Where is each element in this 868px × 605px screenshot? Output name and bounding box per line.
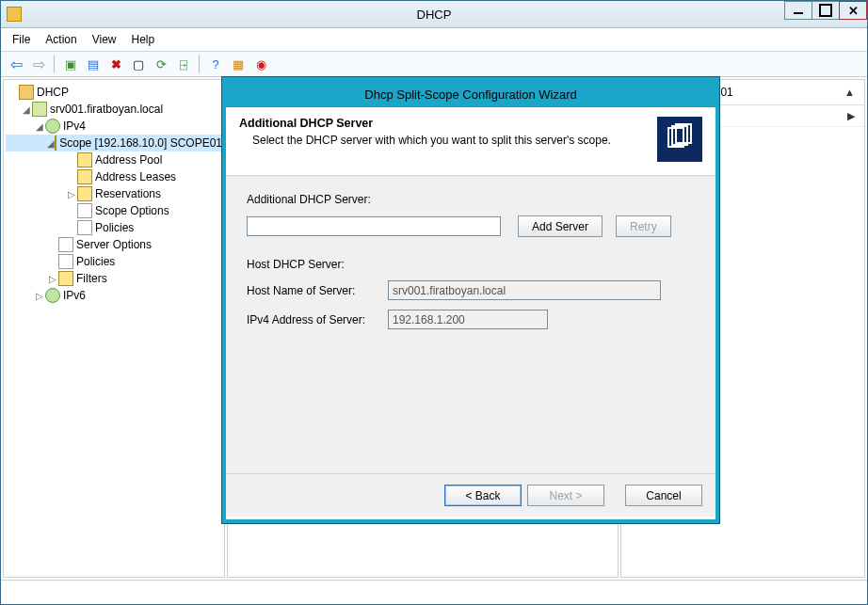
folder-icon <box>77 152 92 167</box>
close-button[interactable] <box>839 1 867 20</box>
record-icon[interactable]: ◉ <box>251 55 270 73</box>
host-section-label: Host DHCP Server: <box>247 258 388 271</box>
tree-label: Reservations <box>95 187 161 200</box>
wizard-body: Additional DHCP Server: Add Server Retry… <box>226 176 715 473</box>
tree-address-leases[interactable]: Address Leases <box>6 168 222 185</box>
globe-icon <box>45 119 60 134</box>
window-title: DHCP <box>1 8 867 22</box>
back-button[interactable]: < Back <box>444 485 522 506</box>
delete-icon[interactable]: ✖ <box>106 55 125 73</box>
menubar: File Action View Help <box>1 28 867 52</box>
menu-file[interactable]: File <box>7 31 36 48</box>
tree-label: Scope Options <box>95 204 169 217</box>
tree-policies[interactable]: Policies <box>6 219 222 236</box>
nav-forward-icon: ⇨ <box>29 55 48 73</box>
tree-server-options[interactable]: Server Options <box>6 236 222 253</box>
host-name-label: Host Name of Server: <box>247 284 388 297</box>
folder-icon <box>55 135 56 151</box>
tree-scope-options[interactable]: Scope Options <box>6 202 222 219</box>
split-scope-wizard: Dhcp Split-Scope Configuration Wizard Ad… <box>222 77 719 523</box>
add-server-button[interactable]: Add Server <box>518 215 603 237</box>
ipv4-address-label: IPv4 Address of Server: <box>247 313 388 326</box>
wizard-footer: < Back Next > Cancel <box>226 473 715 517</box>
next-button: Next > <box>527 485 604 506</box>
titlebar[interactable]: DHCP <box>1 1 867 28</box>
nav-back-icon[interactable]: ⇦ <box>7 55 25 73</box>
tree-label: Address Pool <box>95 153 162 167</box>
wizard-title[interactable]: Dhcp Split-Scope Configuration Wizard <box>226 81 715 107</box>
separator-icon <box>199 55 201 73</box>
tree-label: srv001.firatboyan.local <box>50 103 163 116</box>
tree-label: IPv6 <box>63 289 86 302</box>
menu-help[interactable]: Help <box>126 31 161 48</box>
tree-label: Filters <box>76 272 107 285</box>
tree-server[interactable]: ◢srv001.firatboyan.local <box>6 101 222 118</box>
tree-filters[interactable]: ▷Filters <box>6 270 222 287</box>
chevron-right-icon: ▶ <box>847 110 855 122</box>
export-icon[interactable]: ⍈ <box>174 55 193 73</box>
show-hide-tree-icon[interactable]: ▤ <box>84 55 103 73</box>
additional-server-label: Additional DHCP Server: <box>247 193 388 206</box>
retry-button: Retry <box>616 215 671 237</box>
options-icon[interactable]: ▦ <box>229 55 248 73</box>
tree-address-pool[interactable]: Address Pool <box>6 151 222 168</box>
tree-ipv4[interactable]: ◢IPv4 <box>6 118 222 135</box>
options-icon <box>58 237 73 252</box>
wizard-banner: Additional DHCP Server Select the DHCP s… <box>226 107 715 176</box>
policy-icon <box>77 220 92 235</box>
properties-icon[interactable]: ▢ <box>129 55 148 73</box>
wizard-heading: Additional DHCP Server <box>239 117 611 130</box>
ipv4-address-field <box>388 310 548 329</box>
tree-label: Address Leases <box>95 170 176 183</box>
tree-scope[interactable]: ◢Scope [192.168.10.0] SCOPE01 <box>6 135 222 151</box>
tree-label: Scope [192.168.10.0] SCOPE01 <box>59 136 222 150</box>
options-icon <box>77 203 92 218</box>
folder-icon <box>77 186 92 201</box>
tree-reservations[interactable]: ▷Reservations <box>6 185 222 202</box>
tree-label: DHCP <box>37 86 69 99</box>
tree-server-policies[interactable]: Policies <box>6 253 222 270</box>
menu-action[interactable]: Action <box>40 31 82 48</box>
globe-icon <box>45 288 60 303</box>
tree-label: IPv4 <box>63 119 86 133</box>
wizard-subtitle: Select the DHCP server with which you wa… <box>252 134 611 147</box>
help-icon[interactable]: ? <box>206 55 225 73</box>
minimize-button[interactable] <box>784 1 812 20</box>
up-folder-icon[interactable]: ▣ <box>61 55 80 73</box>
status-bar <box>1 580 867 598</box>
maximize-button[interactable] <box>812 1 840 20</box>
tree-root[interactable]: DHCP <box>6 84 222 101</box>
separator-icon <box>54 55 56 73</box>
dhcp-icon <box>19 85 34 100</box>
toolbar: ⇦ ⇨ ▣ ▤ ✖ ▢ ⟳ ⍈ ? ▦ ◉ <box>1 52 867 77</box>
wizard-banner-icon <box>657 117 702 162</box>
refresh-icon[interactable]: ⟳ <box>152 55 170 73</box>
folder-icon <box>77 169 92 184</box>
menu-view[interactable]: View <box>87 31 122 48</box>
collapse-up-icon[interactable]: ▲ <box>844 87 855 98</box>
tree-ipv6[interactable]: ▷IPv6 <box>6 287 222 304</box>
tree-label: Policies <box>95 221 134 234</box>
policy-icon <box>58 254 73 269</box>
server-icon <box>32 102 47 117</box>
tree-pane[interactable]: DHCP ◢srv001.firatboyan.local ◢IPv4 ◢Sco… <box>3 79 225 578</box>
host-name-field <box>388 280 661 300</box>
filter-icon <box>58 271 73 286</box>
tree-label: Policies <box>76 255 115 268</box>
additional-server-input[interactable] <box>247 216 501 236</box>
tree-label: Server Options <box>76 238 152 251</box>
cancel-button[interactable]: Cancel <box>625 485 702 506</box>
